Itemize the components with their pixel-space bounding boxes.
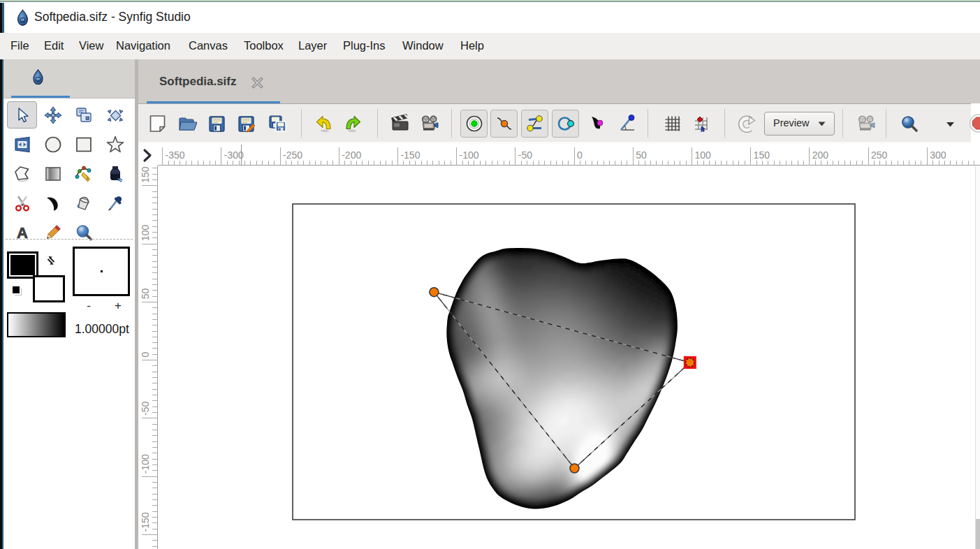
svg-text:-100: -100 — [140, 454, 151, 474]
svg-text:-250: -250 — [283, 149, 302, 161]
svg-text:-150: -150 — [400, 149, 420, 161]
svg-text:0: 0 — [577, 149, 583, 161]
svg-text:200: 200 — [812, 149, 829, 161]
svg-text:0: 0 — [140, 352, 151, 358]
svg-text:-50: -50 — [518, 149, 532, 161]
svg-text:-200: -200 — [342, 149, 361, 161]
svg-text:-150: -150 — [140, 512, 151, 532]
svg-text:50: 50 — [636, 149, 647, 161]
svg-text:150: 150 — [754, 149, 770, 161]
svg-text:100: 100 — [694, 149, 711, 161]
svg-text:250: 250 — [871, 149, 888, 161]
svg-text:50: 50 — [140, 288, 151, 300]
svg-text:-50: -50 — [140, 401, 151, 415]
svg-text:150: 150 — [140, 166, 151, 183]
svg-text:-100: -100 — [460, 149, 479, 161]
svg-text:300: 300 — [930, 149, 946, 161]
svg-text:-350: -350 — [166, 149, 185, 161]
svg-text:100: 100 — [140, 224, 151, 241]
